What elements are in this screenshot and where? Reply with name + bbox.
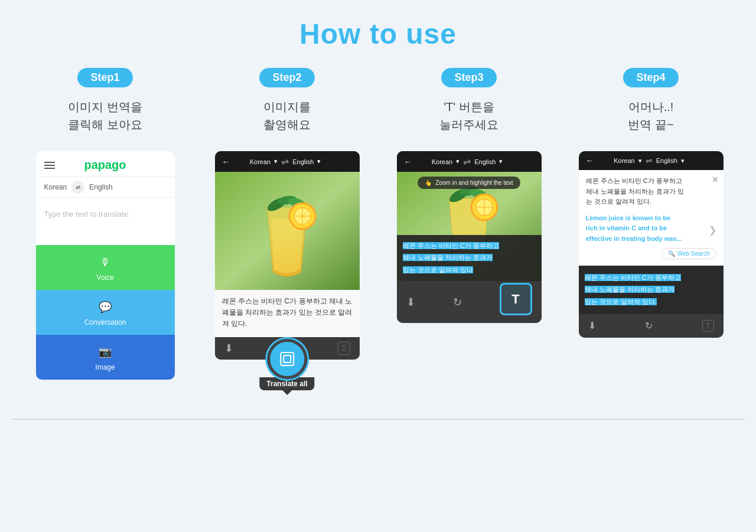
step4-refresh-icon: ↻ — [645, 320, 653, 331]
step-3: Step3 'T' 버튼을눌러주세요 ← Korean ▾ ⇌ English … — [383, 68, 555, 389]
highlighted-text: 레몬 주스는 비타민 C가 풍부하고 — [403, 242, 499, 249]
conversation-icon: 💬 — [96, 298, 114, 316]
step3-cam-header: ← Korean ▾ ⇌ English ▾ — [397, 151, 542, 172]
step3-lang-from: Korean — [432, 158, 452, 165]
camera-icon: 📷 — [96, 343, 114, 361]
step3-swap-icon: ⇌ — [463, 156, 471, 167]
step4-phone: ← Korean ▾ ⇌ English ▾ 레몬 주스는 비타민 C가 풍부하… — [579, 151, 724, 338]
step3-lang-selector: Korean ▾ ⇌ English ▾ — [432, 156, 503, 167]
app-header: papago — [36, 151, 175, 177]
result-highlighted-1: 레몬 주스는 비타민 C가 풍부하고 — [585, 274, 681, 281]
translate-all-container: Translate all — [259, 339, 314, 395]
step-4: Step4 어머나..!번역 끝~ ← Korean ▾ ⇌ English ▾… — [565, 68, 737, 389]
popup-english-text: Lemon juice is known to berich in vitami… — [586, 213, 716, 244]
highlighted-text-overlay: 레몬 주스는 비타민 C가 풍부하고 체내 노폐물을 처리하는 효과가 있는 것… — [397, 235, 542, 281]
step4-lang-from: Korean — [614, 157, 634, 164]
step4-t-icon: T — [702, 320, 713, 332]
step4-badge: Step4 — [623, 68, 678, 87]
step-2: Step2 이미지를촬영해요 ← Korean ▾ ⇌ English ▾ — [201, 68, 373, 389]
step2-phone: ← Korean ▾ ⇌ English ▾ — [215, 151, 360, 360]
highlighted-text-2: 체내 노폐물을 처리하는 효과가 — [403, 254, 493, 261]
step3-phone: ← Korean ▾ ⇌ English ▾ — [397, 151, 542, 323]
mic-icon: 🎙 — [96, 253, 114, 271]
lang-to: English — [89, 183, 112, 191]
step3-footer: ⬇ ↻ T — [397, 281, 542, 323]
zoom-hint-text: Zoom in and highlight the text — [435, 179, 513, 186]
language-bar: Korean ⇌ English — [36, 177, 175, 198]
step4-desc: 어머나..!번역 끝~ — [628, 98, 673, 139]
svg-rect-11 — [284, 355, 291, 363]
step3-refresh-icon: ↻ — [453, 296, 462, 309]
image-button[interactable]: 📷 Image — [36, 335, 175, 380]
step3-desc: 'T' 버튼을눌러주세요 — [439, 98, 498, 139]
voice-button[interactable]: 🎙 Voice — [36, 245, 175, 290]
download-icon: ⬇ — [224, 342, 233, 355]
tooltip-arrow — [282, 390, 292, 395]
expand-arrow-icon: ❯ — [709, 224, 716, 236]
voice-label: Voice — [96, 273, 113, 282]
step3-image-container: 👆 Zoom in and highlight the text 레몬 주스는 … — [397, 172, 542, 281]
step4-back-icon: ← — [586, 156, 594, 165]
result-highlighted-2: 체내 노폐물을 처리하는 효과가 — [585, 286, 674, 293]
search-icon: 🔍 — [668, 250, 675, 257]
korean-text: 레몬 주스는 비타민 C가 풍부하고 체내 노폐물을 처리하는 효과가 있는 것… — [222, 296, 353, 330]
ocr-text-area: 레몬 주스는 비타민 C가 풍부하고 체내 노폐물을 처리하는 효과가 있는 것… — [215, 290, 360, 337]
swap-icon: ⇌ — [281, 156, 289, 167]
step4-lang-selector: Korean ▾ ⇌ English ▾ — [614, 156, 685, 165]
popup-korean-text: 레몬 주스는 비타민 C가 풍부하고체내 노폐물을 처리하는 효과가 있는 것으… — [586, 176, 716, 207]
steps-container: Step1 이미지 번역을클릭해 보아요 papago Korean ⇌ Eng… — [12, 68, 744, 389]
page-title: How to use — [299, 18, 457, 50]
bottom-divider — [12, 419, 744, 420]
step3-lang-to: English — [474, 158, 496, 165]
cam-lang-from: Korean — [250, 158, 271, 165]
step4-download-icon: ⬇ — [588, 320, 596, 331]
zoom-hint: 👆 Zoom in and highlight the text — [397, 177, 542, 189]
step2-desc: 이미지를촬영해요 — [263, 98, 311, 139]
step3-download-icon: ⬇ — [406, 296, 415, 309]
translate-input: Type the text to translate. — [36, 198, 175, 245]
highlighted-text-3: 있는 것으로 알려져 있다 — [403, 266, 473, 273]
step3-badge: Step3 — [441, 68, 496, 87]
cam-lang-to: English — [292, 158, 314, 165]
step1-desc: 이미지 번역을클릭해 보아요 — [68, 98, 142, 139]
camera-preview — [215, 172, 360, 290]
papago-logo: papago — [84, 158, 126, 172]
result-highlighted-3: 있는 것으로 알려져 있다. — [585, 298, 657, 305]
translate-all-button[interactable] — [267, 339, 307, 379]
step2-badge: Step2 — [259, 68, 314, 87]
t-text-icon: T — [338, 342, 350, 355]
app-buttons: 🎙 Voice 💬 Conversation 📷 Image — [36, 245, 175, 380]
web-search-button[interactable]: 🔍 Web Search — [662, 248, 716, 259]
lang-from: Korean — [44, 183, 67, 191]
step1-phone: papago Korean ⇌ English Type the text to… — [36, 151, 175, 380]
finger-icon: 👆 — [425, 179, 432, 186]
back-arrow-icon: ← — [222, 157, 230, 167]
hamburger-icon — [44, 162, 55, 169]
lang-selector: Korean ▾ ⇌ English ▾ — [250, 156, 321, 167]
step4-bottom-text: 레몬 주스는 비타민 C가 풍부하고 체내 노폐물을 처리하는 효과가 있는 것… — [579, 266, 724, 314]
translate-icon — [278, 350, 296, 368]
web-search-label: Web Search — [677, 250, 710, 257]
swap-button[interactable]: ⇌ — [71, 181, 84, 194]
step4-lang-to: English — [656, 157, 677, 164]
step3-back-icon: ← — [404, 157, 412, 167]
lemon-drink-illustration — [215, 172, 360, 290]
close-icon[interactable]: ✕ — [712, 175, 719, 184]
step4-footer: ⬇ ↻ T — [579, 314, 724, 338]
cam-header: ← Korean ▾ ⇌ English ▾ — [215, 151, 360, 172]
step4-swap-icon: ⇌ — [646, 156, 653, 165]
cam-lang-to-arrow: ▾ — [317, 158, 321, 165]
step-1: Step1 이미지 번역을클릭해 보아요 papago Korean ⇌ Eng… — [19, 68, 191, 389]
translate-all-label: Translate all — [259, 377, 314, 390]
conversation-label: Conversation — [84, 318, 126, 327]
zoom-hint-badge: 👆 Zoom in and highlight the text — [418, 177, 520, 189]
svg-rect-10 — [281, 353, 294, 365]
step1-badge: Step1 — [77, 68, 132, 87]
conversation-button[interactable]: 💬 Conversation — [36, 290, 175, 335]
cam-arrow-icon: ▾ — [274, 158, 278, 165]
image-label: Image — [95, 363, 115, 371]
t-translate-button[interactable]: T — [500, 283, 532, 315]
step4-header: ← Korean ▾ ⇌ English ▾ — [579, 151, 724, 170]
translation-popup: 레몬 주스는 비타민 C가 풍부하고체내 노폐물을 처리하는 효과가 있는 것으… — [579, 170, 724, 266]
